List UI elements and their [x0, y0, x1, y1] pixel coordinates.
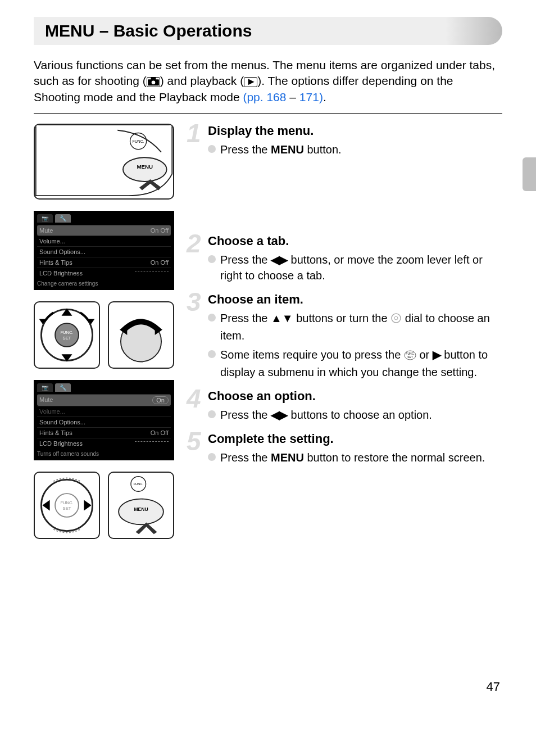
menu-row-hints-b: Hints & TipsOn Off — [37, 427, 171, 438]
step-bullet: Press the ◀▶ buttons to choose an option… — [208, 407, 502, 423]
camera-icon — [147, 77, 160, 87]
svg-rect-1 — [151, 78, 156, 80]
menu-tab-setup: 🔧 — [55, 214, 71, 223]
step-title: Complete the setting. — [208, 432, 502, 446]
svg-marker-3 — [248, 79, 255, 85]
bullet-text-pre: Press the — [220, 253, 271, 266]
menu-row-volume: Volume... — [37, 236, 171, 246]
bullet-text-pre: Press the — [220, 143, 271, 156]
illustration-dial-lr: FUNC. SET — [34, 472, 100, 539]
svg-text:FUNC.: FUNC. — [60, 330, 73, 335]
menu-caption-a: Change camera settings — [37, 280, 171, 287]
step-title: Choose an item. — [208, 292, 502, 307]
step-number: 4 — [187, 383, 201, 414]
page-title: MENU – Basic Operations — [45, 21, 491, 40]
illustration-press-menu-2: FUNC. MENU — [108, 472, 174, 539]
bullet-icon — [208, 410, 216, 418]
step-bullet: Press the MENU button to restore the nor… — [208, 450, 502, 465]
bullet-icon — [208, 145, 216, 153]
menu-glyph: MENU — [271, 451, 304, 464]
intro-tail: . — [323, 90, 326, 103]
page-ref-link-start[interactable]: (pp. 168 — [243, 90, 286, 103]
page-number: 47 — [34, 680, 502, 694]
divider — [34, 113, 502, 114]
svg-point-32 — [394, 316, 398, 320]
step-2: 2 Choose a tab. Press the ◀▶ buttons, or… — [188, 234, 502, 283]
bullet-text-pre: Some items require you to press the — [220, 348, 404, 361]
step-title: Choose a tab. — [208, 234, 502, 248]
func-set-icon: FUNC.SET — [404, 348, 416, 364]
menu-row-mute: MuteOn Off — [37, 225, 171, 236]
bullet-text-pre: Press the — [220, 451, 271, 464]
menu-tab-setup-b: 🔧 — [55, 383, 71, 392]
menu-screenshot-b: 📷 🔧 MuteOn Volume... Sound Options... Hi… — [34, 380, 174, 460]
menu-caption-b: Turns off camera sounds — [37, 451, 171, 457]
page-ref-link-end[interactable]: 171) — [299, 90, 323, 103]
bullet-icon — [208, 255, 216, 263]
step-bullet: Press the ◀▶ buttons, or move the zoom l… — [208, 252, 502, 283]
play-icon — [244, 77, 257, 87]
bullet-text-post: button to restore the normal screen. — [304, 451, 485, 464]
page-ref-dash: – — [286, 90, 299, 103]
title-banner: MENU – Basic Operations — [34, 17, 502, 45]
bullet-text-post: buttons to choose an option. — [288, 409, 432, 421]
step-bullet: Some items require you to press the FUNC… — [208, 347, 502, 380]
step-3: 3 Choose an item. Press the ▲▼ buttons o… — [188, 292, 502, 380]
step-bullet: Press the MENU button. — [208, 142, 502, 157]
bullet-text-post: button. — [304, 143, 342, 156]
menu-row-mute-b: MuteOn — [37, 394, 171, 406]
dial-icon — [390, 312, 402, 328]
menu-tab-shoot: 📷 — [37, 214, 53, 223]
illustration-column: FUNC. MENU 📷 🔧 MuteOn Off Volume... Soun… — [34, 124, 174, 539]
step-bullet: Press the ▲▼ buttons or turn the dial to… — [208, 310, 502, 343]
svg-text:FUNC.: FUNC. — [134, 482, 144, 486]
svg-point-2 — [151, 80, 155, 84]
bullet-icon — [208, 350, 216, 358]
svg-text:SET: SET — [407, 355, 413, 359]
steps-column: 1 Display the menu. Press the MENU butto… — [188, 124, 502, 539]
svg-text:FUNC.: FUNC. — [60, 500, 73, 505]
left-right-icon: ◀▶ — [271, 409, 288, 421]
step-5: 5 Complete the setting. Press the MENU b… — [188, 432, 502, 465]
bullet-icon — [208, 314, 216, 322]
bullet-text-pre: Press the — [220, 312, 271, 324]
svg-marker-25 — [84, 500, 91, 511]
menu-row-sound-b: Sound Options... — [37, 417, 171, 427]
step-4: 4 Choose an option. Press the ◀▶ buttons… — [188, 389, 502, 423]
thumb-tab — [523, 157, 536, 191]
bullet-text-post: buttons or turn the — [293, 312, 390, 324]
svg-point-31 — [392, 314, 401, 323]
right-icon: ▶ — [433, 348, 441, 361]
up-down-icon: ▲▼ — [271, 312, 293, 324]
menu-glyph: MENU — [271, 143, 304, 156]
step-number: 3 — [187, 287, 201, 317]
intro-paragraph: Various functions can be set from the me… — [34, 57, 502, 105]
step-number: 5 — [187, 426, 201, 456]
menu-row-lcd: LCD Brightness — [37, 268, 171, 278]
menu-row-volume-b: Volume... — [37, 406, 171, 417]
menu-row-sound: Sound Options... — [37, 246, 171, 257]
bullet-text-post: or — [416, 348, 433, 361]
step-title: Display the menu. — [208, 124, 502, 138]
step-number: 1 — [187, 118, 201, 148]
bullet-icon — [208, 453, 216, 461]
illustration-zoom-lever — [108, 301, 174, 369]
menu-tab-shoot-b: 📷 — [37, 383, 53, 392]
svg-text:SET: SET — [63, 336, 71, 341]
illustration-dial: FUNC. SET — [34, 301, 100, 369]
svg-text:MENU: MENU — [137, 164, 153, 170]
step-number: 2 — [187, 228, 201, 259]
intro-text-mid: ) and playback ( — [160, 74, 244, 87]
illustration-press-menu: FUNC. MENU — [34, 124, 174, 200]
svg-text:MENU: MENU — [134, 506, 148, 512]
menu-screenshot-a: 📷 🔧 MuteOn Off Volume... Sound Options..… — [34, 211, 174, 290]
left-right-icon: ◀▶ — [271, 253, 288, 266]
menu-row-lcd-b: LCD Brightness — [37, 438, 171, 449]
svg-marker-24 — [42, 500, 49, 511]
menu-row-hints: Hints & TipsOn Off — [37, 257, 171, 268]
step-title: Choose an option. — [208, 389, 502, 404]
svg-text:SET: SET — [63, 506, 71, 511]
bullet-text-pre: Press the — [220, 409, 271, 421]
svg-text:FUNC.: FUNC. — [133, 139, 144, 143]
step-1: 1 Display the menu. Press the MENU butto… — [188, 124, 502, 157]
